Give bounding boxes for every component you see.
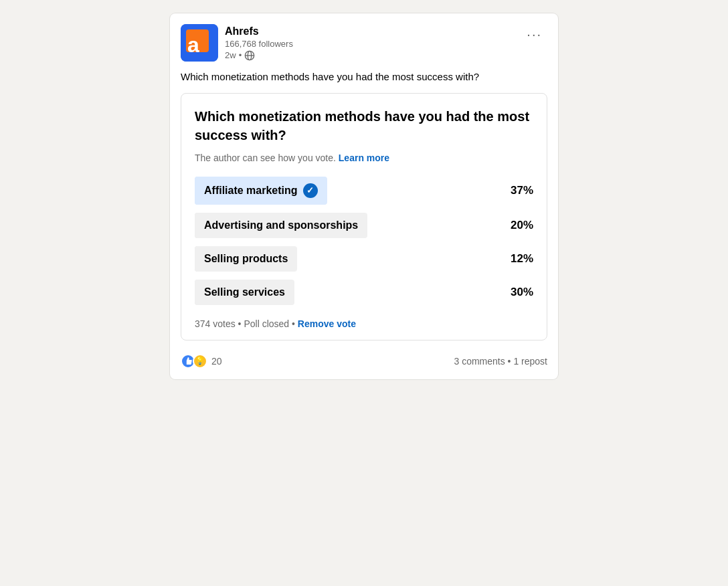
poll-title: Which monetization methods have you had … [195,107,533,144]
option-label: Selling services [204,286,285,298]
poll-footer: 374 votes • Poll closed • Remove vote [195,318,533,329]
learn-more-link[interactable]: Learn more [339,153,389,163]
company-avatar[interactable]: a [181,24,218,62]
svg-text:a: a [187,33,199,57]
post-header: a Ahrefs 166,768 followers 2w • [181,24,547,62]
option-label: Selling products [204,253,288,265]
option-bar-container: Selling services [195,280,492,305]
post-age: 2w [225,50,236,60]
footer-separator2: • [292,318,298,329]
reactions-left: 💡 20 [181,354,222,369]
option-pct: 12% [500,252,533,266]
company-name[interactable]: Ahrefs [225,25,293,37]
option-pct: 30% [500,286,533,299]
option-pct: 37% [500,184,533,197]
votes-count: 374 votes [195,318,236,329]
post-text: Which monetization methods have you had … [181,70,547,85]
reactions-right: 3 comments • 1 repost [454,356,547,367]
selected-check-icon [303,183,318,198]
poll-option: Advertising and sponsorships 20% [195,213,533,238]
poll-option: Selling services 30% [195,280,533,305]
option-label: Affiliate marketing [204,185,298,197]
poll-status: Poll closed [244,318,289,329]
followers-count: 166,768 followers [225,39,293,49]
poll-card: Which monetization methods have you had … [181,93,547,340]
option-bar-container: Advertising and sponsorships [195,213,492,238]
option-affiliate-marketing-button[interactable]: Affiliate marketing [195,177,327,205]
reposts-count: 1 repost [513,356,547,367]
reactions-row: 💡 20 3 comments • 1 repost [181,349,547,369]
option-pct: 20% [500,219,533,232]
linkedin-post-card: a Ahrefs 166,768 followers 2w • [170,13,558,379]
poll-option: Affiliate marketing 37% [195,177,533,205]
option-advertising-button[interactable]: Advertising and sponsorships [195,213,367,238]
comments-link[interactable]: 3 comments [454,356,505,367]
more-options-button[interactable]: ··· [521,24,547,45]
globe-icon [244,50,255,61]
option-bar-container: Selling products [195,246,492,272]
poll-option: Selling products 12% [195,246,533,272]
profile-section: a Ahrefs 166,768 followers 2w • [181,24,293,62]
dot-separator: • [239,50,242,60]
profile-info: Ahrefs 166,768 followers 2w • [225,25,293,61]
option-selling-services-button[interactable]: Selling services [195,280,294,305]
option-bar-container: Affiliate marketing [195,177,492,205]
poll-subtitle: The author can see how you vote. Learn m… [195,153,533,163]
poll-options: Affiliate marketing 37% Advertising and … [195,177,533,305]
remove-vote-link[interactable]: Remove vote [298,318,356,329]
option-label: Advertising and sponsorships [204,219,358,231]
reaction-count: 20 [211,356,222,367]
reaction-emojis: 💡 [181,354,207,369]
option-selling-products-button[interactable]: Selling products [195,246,297,272]
post-meta: 2w • [225,50,293,61]
reaction-curious-icon: 💡 [193,354,207,369]
